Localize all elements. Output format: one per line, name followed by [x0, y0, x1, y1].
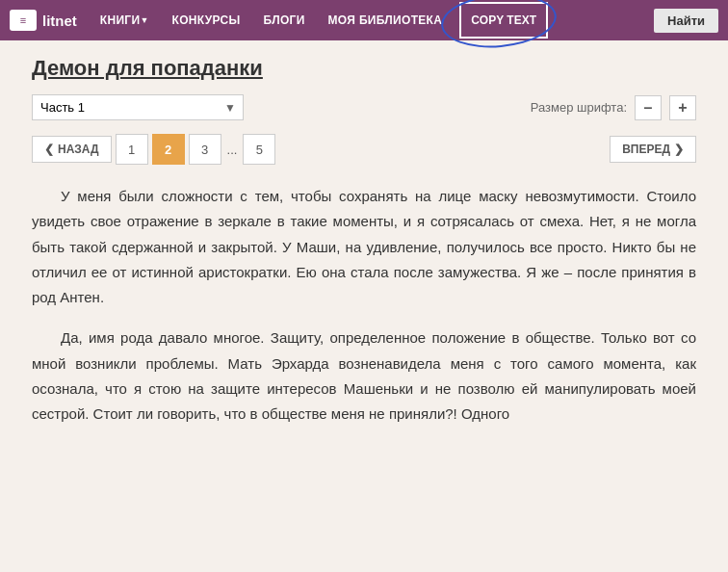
- page-ellipsis: ...: [225, 143, 240, 157]
- page-2-button[interactable]: 2: [152, 134, 185, 165]
- font-decrease-button[interactable]: –: [635, 95, 662, 120]
- font-size-label: Размер шрифта:: [531, 100, 627, 115]
- part-select[interactable]: Часть 1 Часть 2 Часть 3: [32, 94, 244, 120]
- paragraph-1: У меня были сложности с тем, чтобы сохра…: [32, 184, 696, 310]
- next-label: ВПЕРЕД: [622, 143, 670, 156]
- nav-item-books[interactable]: КНИГИ: [91, 0, 159, 40]
- font-increase-button[interactable]: +: [669, 95, 696, 120]
- text-content: У меня были сложности с тем, чтобы сохра…: [32, 184, 696, 427]
- nav-item-library[interactable]: МОЯ БИБЛИОТЕКА: [319, 0, 453, 40]
- page-1-button[interactable]: 1: [116, 134, 148, 165]
- search-button[interactable]: Найти: [654, 9, 718, 33]
- logo-text: litnet: [42, 13, 77, 29]
- nav-item-copy-text[interactable]: COPY TEXT: [459, 2, 548, 39]
- page-3-button[interactable]: 3: [189, 134, 221, 165]
- nav-item-contests[interactable]: КОНКУРСЫ: [163, 0, 250, 40]
- part-row: Часть 1 Часть 2 Часть 3 ▼ Размер шрифта:…: [32, 94, 696, 120]
- paragraph-2: Да, имя рода давало многое. Защиту, опре…: [32, 325, 696, 427]
- next-button[interactable]: ВПЕРЕД ❯: [610, 136, 696, 163]
- book-title[interactable]: Демон для попаданки: [32, 56, 263, 81]
- prev-icon: ❮: [44, 143, 54, 156]
- nav-item-blogs[interactable]: БЛОГИ: [254, 0, 315, 40]
- font-size-controls: Размер шрифта: – +: [531, 95, 696, 120]
- main-content: Демон для попаданки Часть 1 Часть 2 Част…: [13, 40, 715, 457]
- pagination: ❮ НАЗАД 1 2 3 ... 5 ВПЕРЕД ❯: [32, 134, 696, 165]
- prev-button[interactable]: ❮ НАЗАД: [32, 136, 112, 163]
- next-icon: ❯: [674, 143, 684, 156]
- page-5-button[interactable]: 5: [243, 134, 275, 165]
- part-selector-wrapper: Часть 1 Часть 2 Часть 3 ▼: [32, 94, 244, 120]
- logo-icon: ≡: [10, 10, 37, 31]
- prev-label: НАЗАД: [58, 143, 99, 156]
- logo[interactable]: ≡ litnet: [10, 10, 77, 31]
- header: ≡ litnet КНИГИ КОНКУРСЫ БЛОГИ МОЯ БИБЛИО…: [0, 0, 728, 40]
